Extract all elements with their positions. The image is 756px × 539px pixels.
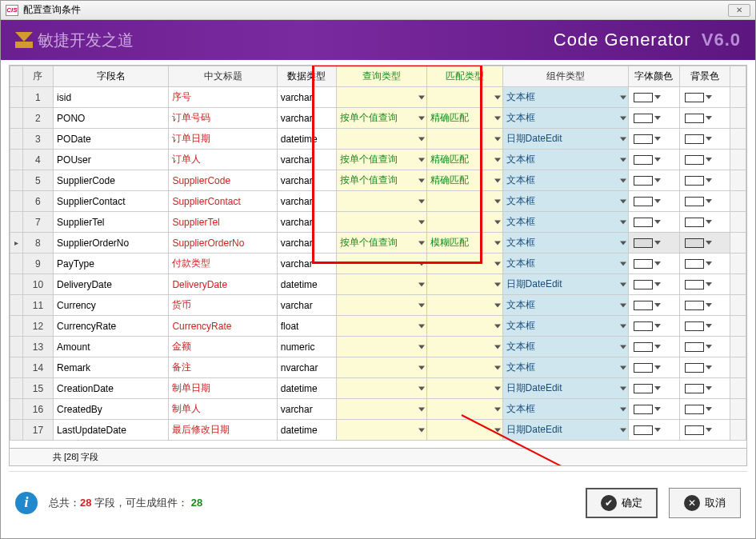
close-button[interactable]: ✕ [728,4,750,17]
cell-matchtype[interactable] [426,357,502,378]
cell-matchtype[interactable]: 精确匹配 [426,150,502,170]
cell-caption[interactable]: 付款类型 [169,254,277,274]
scrollbar[interactable] [730,170,746,191]
cell-widget[interactable]: 日期DateEdit [502,378,629,399]
cell-bgcolor[interactable] [679,108,730,129]
cell-field[interactable]: Amount [54,337,169,357]
cell-matchtype[interactable]: 精确匹配 [426,108,502,129]
cell-field[interactable]: SupplierContact [54,191,169,212]
cell-matchtype[interactable] [426,378,502,399]
cell-widget[interactable]: 文本框 [502,108,629,129]
cell-caption[interactable]: 订单号码 [169,108,277,129]
cell-caption[interactable]: 备注 [169,357,277,378]
cell-field[interactable]: PayType [54,254,169,274]
cell-matchtype[interactable] [426,337,502,357]
scrollbar[interactable] [730,295,746,316]
cell-widget[interactable]: 文本框 [502,316,629,337]
cell-widget[interactable]: 文本框 [502,399,629,420]
table-row[interactable]: 12CurrencyRateCurrencyRatefloat文本框 [10,316,746,337]
table-row[interactable]: 13Amount金额numeric文本框 [10,337,746,357]
scrollbar[interactable] [730,420,746,441]
cell-querytype[interactable]: 按单个值查询 [337,108,427,129]
cell-field[interactable]: SupplierCode [54,170,169,191]
cell-bgcolor[interactable] [679,357,730,378]
cell-bgcolor[interactable] [679,274,730,295]
cell-widget[interactable]: 日期DateEdit [502,129,629,150]
cell-widget[interactable]: 文本框 [502,87,629,108]
cell-fontcolor[interactable] [629,170,679,191]
cell-fontcolor[interactable] [629,233,679,254]
cell-matchtype[interactable] [426,191,502,212]
table-row[interactable]: 14Remark备注nvarchar文本框 [10,357,746,378]
cancel-button[interactable]: ✕ 取消 [669,488,741,518]
table-row[interactable]: 7SupplierTelSupplierTelvarchar文本框 [10,212,746,233]
cell-fontcolor[interactable] [629,337,679,357]
cell-querytype[interactable] [337,357,427,378]
cell-querytype[interactable] [337,212,427,233]
scrollbar[interactable] [730,87,746,108]
cell-bgcolor[interactable] [679,295,730,316]
cell-widget[interactable]: 文本框 [502,337,629,357]
cell-bgcolor[interactable] [679,399,730,420]
cell-querytype[interactable] [337,191,427,212]
cell-caption[interactable]: 订单人 [169,150,277,170]
cell-matchtype[interactable] [426,420,502,441]
table-row[interactable]: 1isid序号varchar文本框 [10,87,746,108]
cell-fontcolor[interactable] [629,420,679,441]
cell-bgcolor[interactable] [679,150,730,170]
scrollbar[interactable] [730,254,746,274]
table-row[interactable]: 16CreatedBy制单人varchar文本框 [10,399,746,420]
cell-field[interactable]: isid [54,87,169,108]
cell-field[interactable]: CurrencyRate [54,316,169,337]
cell-caption[interactable]: SupplierContact [169,191,277,212]
cell-matchtype[interactable] [426,274,502,295]
cell-widget[interactable]: 日期DateEdit [502,274,629,295]
cell-field[interactable]: SupplierTel [54,212,169,233]
cell-field[interactable]: Remark [54,357,169,378]
cell-field[interactable]: POUser [54,150,169,170]
cell-querytype[interactable] [337,274,427,295]
table-row[interactable]: 6SupplierContactSupplierContactvarchar文本… [10,191,746,212]
scrollbar[interactable] [730,108,746,129]
cell-querytype[interactable] [337,129,427,150]
table-row[interactable]: 17LastUpdateDate最后修改日期datetime日期DateEdit [10,420,746,441]
cell-querytype[interactable]: 按单个值查询 [337,150,427,170]
cell-fontcolor[interactable] [629,357,679,378]
cell-matchtype[interactable] [426,212,502,233]
ok-button[interactable]: ✔ 确定 [586,488,658,518]
col-querytype[interactable]: 查询类型 [337,66,427,87]
cell-querytype[interactable] [337,254,427,274]
table-row[interactable]: 15CreationDate制单日期datetime日期DateEdit [10,378,746,399]
cell-bgcolor[interactable] [679,191,730,212]
cell-caption[interactable]: 制单人 [169,399,277,420]
scrollbar[interactable] [730,129,746,150]
scrollbar[interactable] [730,233,746,254]
cell-matchtype[interactable]: 模糊匹配 [426,233,502,254]
cell-widget[interactable]: 文本框 [502,150,629,170]
cell-caption[interactable]: 最后修改日期 [169,420,277,441]
cell-querytype[interactable] [337,399,427,420]
cell-matchtype[interactable] [426,399,502,420]
cell-caption[interactable]: 货币 [169,295,277,316]
cell-fontcolor[interactable] [629,254,679,274]
cell-caption[interactable]: CurrencyRate [169,316,277,337]
cell-querytype[interactable] [337,316,427,337]
col-field[interactable]: 字段名 [54,66,169,87]
cell-field[interactable]: LastUpdateDate [54,420,169,441]
cell-caption[interactable]: SupplierTel [169,212,277,233]
cell-widget[interactable]: 文本框 [502,191,629,212]
cell-fontcolor[interactable] [629,191,679,212]
scrollbar[interactable] [730,212,746,233]
table-row[interactable]: 10DeliveryDateDeliveryDatedatetime日期Date… [10,274,746,295]
scrollbar[interactable] [730,399,746,420]
cell-bgcolor[interactable] [679,378,730,399]
cell-querytype[interactable] [337,87,427,108]
cell-fontcolor[interactable] [629,399,679,420]
cell-matchtype[interactable] [426,254,502,274]
table-row[interactable]: 11Currency货币varchar文本框 [10,295,746,316]
cell-caption[interactable]: 序号 [169,87,277,108]
col-matchtype[interactable]: 匹配类型 [426,66,502,87]
cell-matchtype[interactable] [426,129,502,150]
cell-bgcolor[interactable] [679,254,730,274]
cell-matchtype[interactable]: 精确匹配 [426,170,502,191]
